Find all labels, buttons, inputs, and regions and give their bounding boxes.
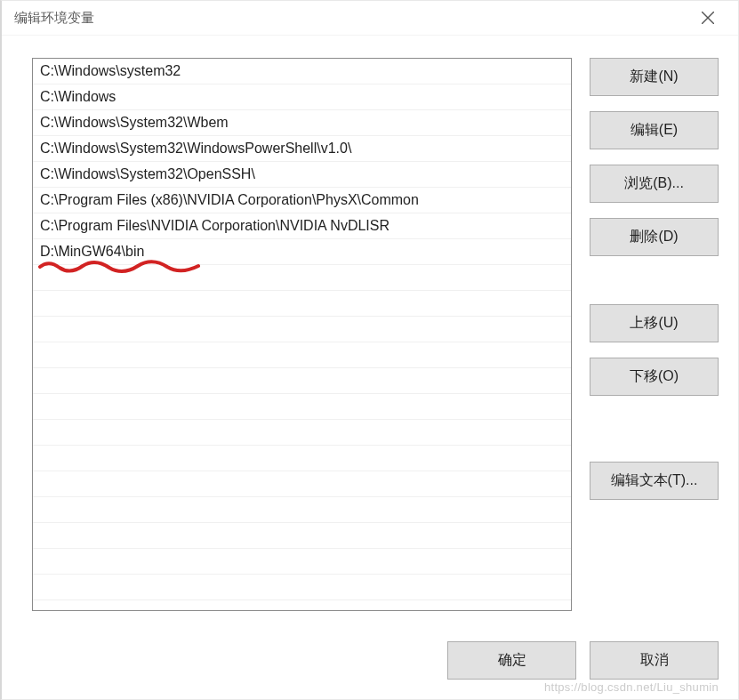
list-item-empty[interactable]	[33, 575, 571, 600]
list-item[interactable]: C:\Windows	[33, 84, 571, 110]
dialog-window: 编辑环境变量 C:\Windows\system32 C:\Windows C:…	[0, 0, 739, 700]
list-item-empty[interactable]	[33, 497, 571, 523]
list-item[interactable]: C:\Windows\System32\Wbem	[33, 110, 571, 136]
list-item[interactable]: C:\Program Files\NVIDIA Corporation\NVID…	[33, 213, 571, 239]
list-item-empty[interactable]	[33, 342, 571, 368]
edit-text-button[interactable]: 编辑文本(T)...	[590, 462, 719, 500]
button-sidebar: 新建(N) 编辑(E) 浏览(B)... 删除(D) 上移(U) 下移(O) 编…	[590, 58, 719, 683]
list-item-empty[interactable]	[33, 471, 571, 497]
list-item-empty[interactable]	[33, 549, 571, 575]
dialog-footer: 确定 取消	[447, 641, 719, 680]
list-item[interactable]: C:\Windows\system32	[33, 59, 571, 84]
close-icon	[702, 12, 714, 24]
list-item-empty[interactable]	[33, 600, 571, 611]
ok-button[interactable]: 确定	[447, 641, 576, 680]
list-item-empty[interactable]	[33, 523, 571, 549]
close-button[interactable]	[690, 4, 726, 31]
list-item-empty[interactable]	[33, 265, 571, 291]
path-listbox[interactable]: C:\Windows\system32 C:\Windows C:\Window…	[32, 58, 572, 611]
list-item[interactable]: C:\Program Files (x86)\NVIDIA Corporatio…	[33, 188, 571, 213]
list-item[interactable]: C:\Windows\System32\OpenSSH\	[33, 162, 571, 188]
list-item[interactable]: C:\Windows\System32\WindowsPowerShell\v1…	[33, 136, 571, 162]
new-button[interactable]: 新建(N)	[590, 58, 719, 96]
list-item-empty[interactable]	[33, 394, 571, 420]
list-item-empty[interactable]	[33, 446, 571, 471]
list-item-empty[interactable]	[33, 317, 571, 342]
move-down-button[interactable]: 下移(O)	[590, 358, 719, 396]
list-item[interactable]: D:\MinGW64\bin	[33, 239, 571, 265]
cancel-button[interactable]: 取消	[590, 641, 719, 680]
titlebar: 编辑环境变量	[2, 1, 738, 36]
browse-button[interactable]: 浏览(B)...	[590, 165, 719, 203]
move-up-button[interactable]: 上移(U)	[590, 304, 719, 342]
window-title: 编辑环境变量	[14, 10, 94, 27]
list-item-empty[interactable]	[33, 420, 571, 446]
dialog-content: C:\Windows\system32 C:\Windows C:\Window…	[32, 58, 719, 683]
edit-button[interactable]: 编辑(E)	[590, 111, 719, 149]
delete-button[interactable]: 删除(D)	[590, 218, 719, 256]
list-item-empty[interactable]	[33, 291, 571, 317]
list-item-empty[interactable]	[33, 368, 571, 394]
